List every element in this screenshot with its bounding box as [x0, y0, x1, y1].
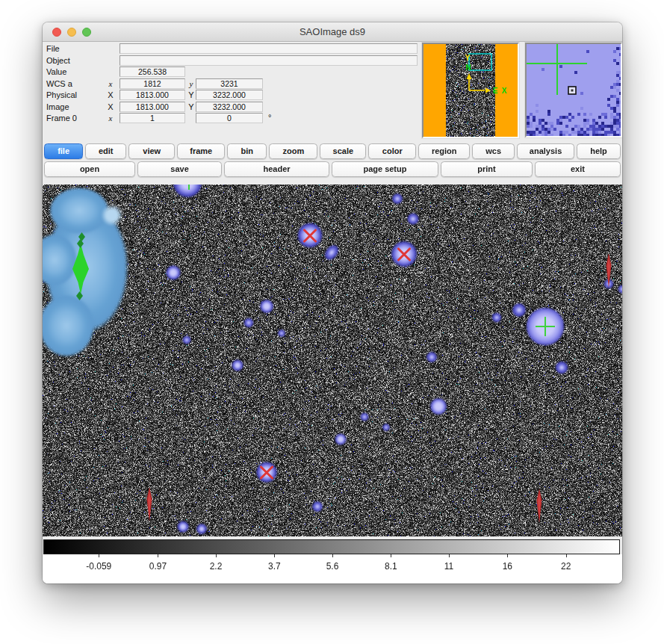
panner-panel[interactable]: Y N E X: [422, 43, 519, 138]
info-label: Value: [46, 67, 66, 76]
titlebar[interactable]: SAOImage ds9: [43, 22, 622, 42]
star-source: [194, 521, 209, 536]
star-source: [276, 328, 287, 338]
info-row: Frame 0x10°: [43, 113, 423, 123]
info-field-wcs-a[interactable]: 1812: [120, 78, 185, 89]
star-source: [181, 334, 193, 346]
info-field-wcs-a-y[interactable]: 3231: [196, 78, 263, 89]
star-source: [242, 316, 255, 329]
info-field-physical[interactable]: 1813.000: [120, 90, 185, 100]
command-button-print[interactable]: print: [441, 161, 533, 177]
info-label: Image: [46, 102, 69, 111]
info-label: WCS a: [46, 79, 72, 88]
star-source: [553, 359, 571, 377]
panner-image: Y N E X: [423, 44, 518, 137]
colorbar-tick: [274, 554, 275, 557]
menu-button-analysis[interactable]: analysis: [517, 143, 574, 159]
colorbar-tick-label: 16: [503, 561, 512, 572]
desktop: SAOImage ds9 FileObjectValue256.538WCS a…: [0, 0, 664, 644]
colorbar-tick-label: 0.97: [149, 561, 167, 572]
panner-view-rect[interactable]: [469, 54, 491, 70]
colorbar-tick-label: 2.2: [210, 561, 223, 572]
star-source: [490, 311, 503, 324]
star-source: [390, 191, 405, 206]
info-row: Value256.538: [43, 66, 423, 77]
compass-n-label: N: [465, 64, 471, 72]
info-row: PhysicalX1813.000Y3232.000: [43, 90, 423, 100]
info-panel: FileObjectValue256.538WCS ax1812y3231Phy…: [43, 43, 423, 127]
red-x-marker[interactable]: [395, 245, 413, 263]
menu-button-help[interactable]: help: [577, 143, 621, 159]
star-source: [405, 211, 421, 227]
saturated-star-halo: [102, 205, 122, 226]
info-field-image[interactable]: 1813.000: [120, 102, 185, 112]
info-field-physical-y[interactable]: 3232.000: [196, 90, 263, 100]
info-label: File: [46, 44, 60, 53]
saturated-star: [43, 290, 99, 362]
command-button-page-setup[interactable]: page setup: [332, 161, 438, 177]
colorbar-tick: [566, 554, 567, 557]
menu-button-frame[interactable]: frame: [177, 143, 225, 159]
degree-symbol: °: [268, 113, 271, 122]
colorbar-tick-label: 5.6: [326, 561, 339, 572]
menu-button-scale[interactable]: scale: [320, 143, 366, 159]
command-button-exit[interactable]: exit: [535, 161, 621, 177]
info-field-object[interactable]: [120, 55, 418, 66]
colorbar-tick-label: 22: [561, 561, 571, 572]
window-title: SAOImage ds9: [43, 22, 622, 41]
info-sublabel: Y: [187, 90, 196, 99]
red-x-marker[interactable]: [301, 226, 319, 244]
info-field-file[interactable]: [120, 43, 418, 54]
star-source: [163, 262, 184, 283]
star-source: [381, 422, 391, 433]
menu-button-wcs[interactable]: wcs: [472, 143, 515, 159]
ds9-window: SAOImage ds9 FileObjectValue256.538WCS a…: [43, 22, 622, 583]
panner-compass: Y N E X: [423, 44, 518, 137]
red-arrow-marker[interactable]: [604, 253, 613, 291]
magnifier-image: [527, 44, 621, 136]
info-label: Frame 0: [46, 114, 77, 123]
info-sublabel: x: [105, 79, 116, 88]
command-button-save[interactable]: save: [137, 161, 222, 177]
menu-button-view[interactable]: view: [128, 143, 175, 159]
magnifier-overlay: [527, 44, 621, 136]
info-field-frame-0[interactable]: 1: [120, 113, 185, 123]
menu-button-color[interactable]: color: [368, 143, 416, 159]
info-row: WCS ax1812y3231: [43, 78, 423, 89]
colorbar[interactable]: [43, 539, 620, 554]
star-source: [229, 357, 246, 374]
magnifier-panel[interactable]: [525, 43, 622, 137]
info-sublabel: Y: [187, 102, 196, 111]
green-cross-marker[interactable]: [536, 317, 555, 336]
command-button-open[interactable]: open: [44, 161, 135, 177]
colorbar-tick: [332, 554, 333, 557]
green-cross-marker[interactable]: [180, 185, 198, 190]
info-sublabel: y: [187, 79, 196, 88]
colorbar-tick-label: 11: [444, 561, 453, 572]
colorbar-tick: [158, 554, 158, 557]
compass-e-label: E: [493, 87, 498, 95]
star-source: [424, 350, 439, 365]
image-display[interactable]: [43, 185, 622, 536]
menu-bar: fileeditviewframebinzoomscalecolorregion…: [44, 143, 621, 159]
star-source: [359, 411, 370, 423]
star-source: [426, 394, 450, 418]
menu-button-zoom[interactable]: zoom: [269, 143, 317, 159]
red-x-marker[interactable]: [258, 463, 276, 481]
command-button-header[interactable]: header: [224, 161, 329, 177]
red-arrow-marker[interactable]: [145, 487, 154, 524]
menu-button-edit[interactable]: edit: [85, 143, 126, 159]
info-field-frame-0-y[interactable]: 0: [196, 113, 263, 123]
menu-button-bin[interactable]: bin: [227, 143, 267, 159]
star-source: [175, 518, 191, 535]
info-row: Object: [43, 55, 423, 66]
info-row: ImageX1813.000Y3232.000: [43, 102, 423, 112]
colorbar-tick-label: 8.1: [385, 561, 397, 572]
red-arrow-marker[interactable]: [535, 489, 544, 526]
info-field-image-y[interactable]: 3232.000: [196, 102, 263, 112]
menu-button-region[interactable]: region: [418, 143, 470, 159]
menu-button-file[interactable]: file: [44, 143, 83, 159]
info-field-value[interactable]: 256.538: [120, 66, 185, 77]
colorbar-tick: [507, 554, 508, 557]
star-source: [257, 297, 276, 316]
